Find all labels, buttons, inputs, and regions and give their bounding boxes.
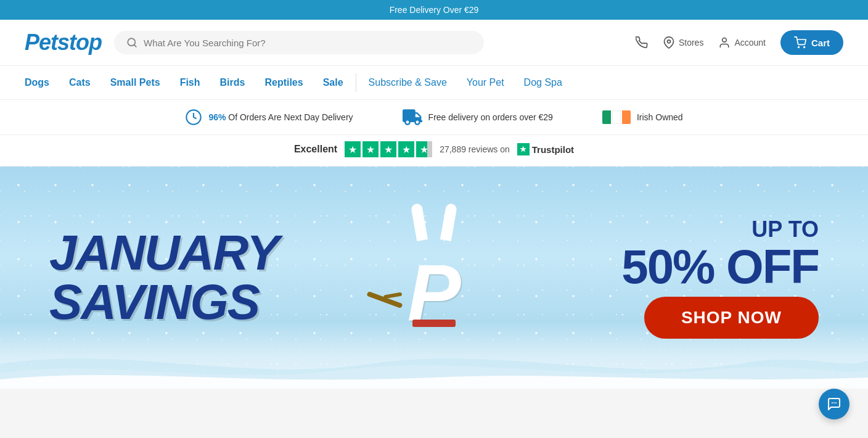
hero-center: P [342, 204, 526, 352]
tp-star-4: ★ [398, 141, 414, 157]
hero-title-line1: JANUARY [49, 228, 342, 278]
nav-item-birds[interactable]: Birds [220, 77, 245, 88]
mascot-ears [414, 204, 454, 241]
delivery-stat-text: Of Orders Are Next Day Delivery [228, 112, 353, 122]
delivery-stat-number: 96% [208, 112, 226, 122]
nav-item-subscribe-save[interactable]: Subscribe & Save [369, 77, 447, 88]
flag-white [612, 110, 621, 124]
header-icons: Stores Account Cart [636, 30, 843, 55]
nav: Dogs Cats Small Pets Fish Birds Reptiles… [0, 66, 868, 100]
hero-content: JANUARY SAVINGS P UP TO 5 [0, 204, 868, 352]
hero-left: JANUARY SAVINGS [49, 228, 342, 327]
nav-item-cats[interactable]: Cats [69, 77, 91, 88]
mascot-ear-right [440, 203, 457, 241]
trust-item-delivery-stat: 96% Of Orders Are Next Day Delivery [185, 109, 353, 126]
search-bar [114, 31, 484, 54]
nav-divider [356, 73, 356, 92]
cart-label: Cart [811, 38, 830, 48]
mascot-arm-left [366, 291, 403, 308]
trustpilot-logo-star: ★ [517, 143, 530, 155]
header: Petstop Stores Account [0, 20, 868, 66]
account-icon [718, 36, 731, 49]
tp-star-2: ★ [362, 141, 379, 157]
search-input[interactable] [144, 38, 472, 48]
trustpilot-logo: ★ Trustpilot [517, 143, 574, 155]
hero-discount: 50% OFF [526, 242, 819, 291]
svg-point-4 [798, 47, 800, 48]
account-link[interactable]: Account [718, 36, 766, 49]
stores-link[interactable]: Stores [663, 36, 703, 49]
svg-line-1 [134, 44, 136, 46]
svg-point-5 [804, 47, 805, 48]
nav-item-dogs[interactable]: Dogs [25, 77, 49, 88]
irish-flag [602, 110, 631, 124]
stores-label: Stores [679, 38, 703, 48]
tp-star-5: ★ [416, 141, 432, 157]
tp-star-1: ★ [345, 141, 361, 157]
trustpilot-excellent: Excellent [294, 144, 337, 155]
free-delivery-text: Free delivery on orders over €29 [428, 112, 553, 122]
trust-item-free-delivery: Free delivery on orders over €29 [403, 109, 553, 126]
trustpilot-review-count: 27,889 reviews on [440, 144, 510, 154]
hero-right: UP TO 50% OFF SHOP NOW [526, 217, 819, 339]
trust-item-irish-owned: Irish Owned [602, 110, 683, 124]
flag-green [602, 110, 611, 124]
trustpilot-bar: Excellent ★ ★ ★ ★ ★ 27,889 reviews on ★ … [0, 135, 868, 167]
nav-item-your-pet[interactable]: Your Pet [467, 77, 504, 88]
mascot-scarf [412, 320, 456, 327]
svg-point-3 [723, 38, 727, 43]
hero-upto: UP TO [526, 217, 819, 242]
phone-icon [636, 36, 648, 49]
logo[interactable]: Petstop [25, 30, 102, 56]
mascot: P [379, 204, 489, 352]
nav-main: Dogs Cats Small Pets Fish Birds Reptiles… [25, 66, 343, 99]
phone-link[interactable] [636, 36, 648, 49]
hero-title: JANUARY SAVINGS [49, 228, 342, 327]
top-banner-text: Free Delivery Over €29 [390, 5, 479, 15]
hero-banner: JANUARY SAVINGS P UP TO 5 [0, 167, 868, 389]
timer-icon [185, 109, 202, 126]
trust-bar: 96% Of Orders Are Next Day Delivery Free… [0, 100, 868, 135]
delivery-truck-icon [403, 109, 422, 126]
irish-owned-text: Irish Owned [637, 112, 683, 122]
mascot-ear-left [411, 203, 428, 241]
account-label: Account [734, 38, 766, 48]
cart-button[interactable]: Cart [780, 30, 843, 55]
nav-item-sale[interactable]: Sale [323, 77, 343, 88]
trustpilot-stars: ★ ★ ★ ★ ★ [345, 141, 432, 157]
location-icon [663, 36, 675, 49]
search-icon [126, 37, 137, 48]
nav-item-fish[interactable]: Fish [180, 77, 200, 88]
cart-icon [794, 36, 806, 49]
nav-item-dog-spa[interactable]: Dog Spa [524, 77, 562, 88]
top-banner: Free Delivery Over €29 [0, 0, 868, 20]
tp-star-3: ★ [380, 141, 396, 157]
nav-item-reptiles[interactable]: Reptiles [264, 77, 303, 88]
nav-item-small-pets[interactable]: Small Pets [110, 77, 160, 88]
hero-title-line2: SAVINGS [49, 278, 342, 327]
shop-now-button[interactable]: SHOP NOW [644, 297, 819, 339]
flag-orange [622, 110, 631, 124]
nav-secondary: Subscribe & Save Your Pet Dog Spa [369, 77, 562, 88]
svg-point-2 [667, 40, 670, 43]
